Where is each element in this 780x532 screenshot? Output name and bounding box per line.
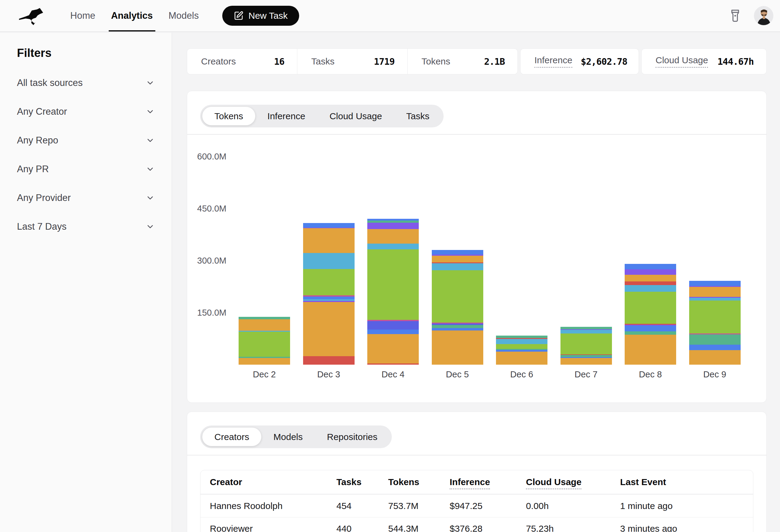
- stacked-bar-dec-4[interactable]: [367, 219, 419, 365]
- stat-value: 2.1B: [484, 56, 505, 67]
- stat-cloud-usage: Cloud Usage144.67h: [642, 49, 766, 74]
- bar-segment-orange: [303, 302, 354, 356]
- bar-segment-green: [239, 332, 290, 357]
- column-header-label: Inference: [450, 477, 490, 489]
- column-header-tasks: Tasks: [336, 477, 388, 487]
- bar-segment-orange: [689, 287, 741, 297]
- chevron-down-icon: [146, 222, 155, 231]
- bar-segment-indigo: [367, 321, 419, 329]
- summary-stats-row: Creators16Tasks1719Tokens2.1BInference$2…: [187, 48, 767, 74]
- table-tab-models[interactable]: Models: [261, 428, 315, 446]
- table-card-divider: [187, 455, 766, 456]
- bar-segment-green: [625, 292, 676, 324]
- filter-label: All task sources: [17, 77, 83, 88]
- kangaroo-logo[interactable]: [17, 6, 45, 25]
- filter-label: Any PR: [17, 164, 49, 175]
- flashlight-icon[interactable]: [727, 7, 744, 24]
- bar-segment-teal: [239, 317, 290, 319]
- stacked-bar-dec-7[interactable]: [560, 327, 612, 365]
- stats-card: Cloud Usage144.67h: [641, 48, 767, 74]
- nav-item-analytics[interactable]: Analytics: [103, 0, 161, 32]
- stacked-bar-dec-9[interactable]: [689, 281, 741, 365]
- primary-nav: HomeAnalyticsModels: [62, 0, 206, 32]
- filter-label: Any Repo: [17, 135, 58, 146]
- filter-dropdown-any-pr[interactable]: Any PR: [17, 161, 155, 177]
- table-cell: $947.25: [450, 501, 526, 511]
- filter-dropdown-any-creator[interactable]: Any Creator: [17, 104, 155, 120]
- bar-segment-blue: [303, 297, 354, 299]
- table-entity-tabs: CreatorsModelsRepositories: [200, 425, 392, 448]
- table-cell: 753.7M: [388, 501, 450, 511]
- nav-item-home[interactable]: Home: [62, 0, 103, 32]
- table-tab-creators[interactable]: Creators: [202, 428, 261, 446]
- x-axis-label: Dec 3: [303, 370, 354, 379]
- table-cell: 544.3M: [388, 524, 450, 532]
- x-axis-label: Dec 8: [625, 370, 676, 379]
- nav-item-models[interactable]: Models: [161, 0, 207, 32]
- table-row[interactable]: Rooviewer440544.3M$376.2875.23h3 minutes…: [200, 517, 753, 532]
- bar-segment-teal: [432, 325, 483, 328]
- chevron-down-icon: [146, 165, 155, 174]
- table-cell: 0.00h: [526, 501, 620, 511]
- column-header-inference[interactable]: Inference: [450, 477, 526, 487]
- bar-segment-teal: [560, 355, 612, 357]
- filter-dropdown-last-7-days[interactable]: Last 7 Days: [17, 218, 155, 235]
- user-avatar[interactable]: [754, 6, 773, 25]
- table-cell: $376.28: [450, 524, 526, 532]
- table-row[interactable]: Hannes Roodolph454753.7M$947.250.00h1 mi…: [200, 494, 753, 517]
- filter-dropdown-all-task-sources[interactable]: All task sources: [17, 75, 155, 91]
- table-cell: 454: [336, 501, 388, 511]
- table-cell: 75.23h: [526, 524, 620, 532]
- stat-value: 16: [274, 56, 284, 67]
- stacked-bar-dec-6[interactable]: [496, 335, 547, 365]
- stat-label[interactable]: Cloud Usage: [655, 55, 708, 68]
- bar-segment-blue: [303, 223, 354, 227]
- x-axis-label: Dec 5: [432, 370, 483, 379]
- stacked-bar-dec-5[interactable]: [432, 250, 483, 365]
- chart-tab-tasks[interactable]: Tasks: [394, 107, 442, 125]
- stacked-bar-dec-2[interactable]: [239, 317, 290, 365]
- new-task-button[interactable]: New Task: [222, 6, 299, 26]
- bar-segment-teal: [625, 331, 676, 335]
- bar-segment-sky: [496, 339, 547, 344]
- bar-segment-sky: [303, 253, 354, 269]
- bar-segment-blue: [689, 281, 741, 286]
- bar-segment-green: [432, 270, 483, 323]
- filter-dropdown-any-repo[interactable]: Any Repo: [17, 132, 155, 149]
- chevron-down-icon: [146, 107, 155, 116]
- tokens-stacked-bar-chart: 150.0M300.0M450.0M600.0MDec 2Dec 3Dec 4D…: [187, 135, 766, 402]
- stat-value: 144.67h: [718, 56, 754, 67]
- bar-segment-teal: [560, 327, 612, 329]
- bar-segment-orange: [239, 319, 290, 331]
- stats-card: Creators16Tasks1719Tokens2.1B: [187, 48, 518, 74]
- stat-label: Tasks: [311, 56, 335, 66]
- table-tab-repositories[interactable]: Repositories: [315, 428, 390, 446]
- column-header-cloud-usage[interactable]: Cloud Usage: [526, 477, 620, 487]
- y-axis-tick: 150.0M: [197, 308, 237, 318]
- chevron-down-icon: [146, 78, 155, 88]
- chart-tab-tokens[interactable]: Tokens: [202, 107, 255, 125]
- bar-segment-blue: [625, 264, 676, 269]
- filter-list: All task sourcesAny CreatorAny RepoAny P…: [17, 75, 155, 235]
- stat-tasks: Tasks1719: [297, 49, 407, 74]
- bar-segment-sky: [689, 298, 741, 301]
- filters-title: Filters: [17, 47, 155, 60]
- bar-segment-green: [560, 333, 612, 354]
- filter-dropdown-any-provider[interactable]: Any Provider: [17, 190, 155, 206]
- bar-segment-red: [303, 356, 354, 365]
- stat-inference: Inference$2,602.78: [521, 49, 639, 74]
- bar-segment-orange: [239, 358, 290, 365]
- bar-segment-green: [496, 344, 547, 349]
- chart-tab-cloud-usage[interactable]: Cloud Usage: [317, 107, 394, 125]
- stacked-bar-dec-8[interactable]: [625, 264, 676, 365]
- column-header-label: Creator: [210, 477, 242, 487]
- bar-segment-teal: [496, 335, 547, 338]
- filter-label: Any Provider: [17, 193, 70, 203]
- stat-label: Creators: [201, 56, 236, 66]
- chart-tab-inference[interactable]: Inference: [255, 107, 317, 125]
- stacked-bar-dec-3[interactable]: [303, 223, 354, 365]
- usage-chart-card: TokensInferenceCloud UsageTasks 150.0M30…: [187, 91, 767, 403]
- stat-label[interactable]: Inference: [534, 55, 572, 68]
- creators-table: CreatorTasksTokensInferenceCloud UsageLa…: [200, 470, 753, 532]
- bar-segment-orange: [432, 256, 483, 262]
